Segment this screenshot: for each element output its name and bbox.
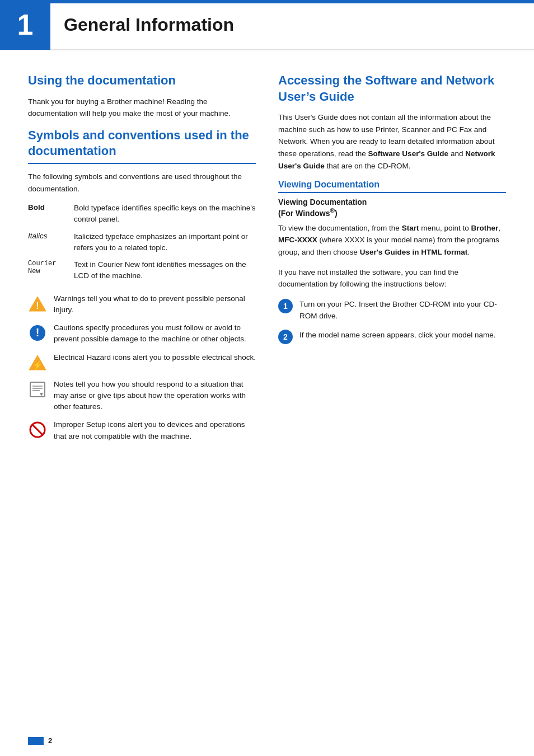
- electrical-desc: Electrical Hazard icons alert you to pos…: [54, 352, 256, 363]
- brother-bold: Brother: [471, 224, 498, 232]
- improper-desc: Improper Setup icons alert you to device…: [54, 419, 256, 442]
- step-2-text: If the model name screen appears, click …: [299, 329, 506, 341]
- right-column: Accessing the Software and Network User’…: [278, 73, 506, 449]
- step-1-number: 1: [278, 299, 293, 313]
- accessing-guide-heading: Accessing the Software and Network User’…: [278, 73, 506, 107]
- software-guide-bold: Software User's Guide: [368, 149, 449, 158]
- symbols-intro: The following symbols and conventions ar…: [28, 171, 256, 195]
- note-icon: [28, 380, 47, 399]
- viewing-doc-heading: Viewing Documentation: [278, 180, 506, 193]
- page-footer: 2: [28, 736, 52, 745]
- left-column: Using the documentation Thank you for bu…: [28, 73, 256, 449]
- improper-setup-icon: [28, 420, 47, 439]
- chapter-title: General Information: [64, 15, 234, 35]
- section-viewing-documentation: Viewing Documentation Viewing Documentat…: [278, 180, 506, 344]
- userguides-bold: User's Guides in HTML format: [360, 248, 468, 256]
- note-desc: Notes tell you how you should respond to…: [54, 379, 256, 413]
- electrical-hazard-icon: ⚡: [28, 353, 47, 372]
- symbol-row-italics: Italics Italicized typeface emphasizes a…: [28, 231, 256, 254]
- svg-text:⚡: ⚡: [32, 360, 43, 370]
- section-accessing-guide: Accessing the Software and Network User’…: [278, 73, 506, 172]
- caution-icon: !: [28, 323, 47, 342]
- top-accent-bar: [50, 0, 534, 3]
- chapter-number: 1: [17, 8, 34, 41]
- caution-desc: Cautions specify procedures you must fol…: [54, 322, 256, 345]
- symbol-desc-courier: Text in Courier New font identifies mess…: [74, 259, 256, 282]
- warning-icon: !: [28, 294, 47, 313]
- viewing-doc-body2: If you have not installed the software, …: [278, 266, 506, 290]
- symbol-row-courier: CourierNew Text in Courier New font iden…: [28, 259, 256, 282]
- symbols-heading: Symbols and conventions used in the docu…: [28, 128, 256, 164]
- footer-bar: [28, 737, 44, 745]
- step-2-number: 2: [278, 330, 293, 344]
- icon-row-improper: Improper Setup icons alert you to device…: [28, 419, 256, 442]
- main-content: Using the documentation Thank you for bu…: [0, 50, 534, 471]
- viewing-doc-windows-heading: Viewing Documentation(For Windows®): [278, 198, 506, 218]
- icon-row-warning: ! Warnings tell you what to do to preven…: [28, 293, 256, 316]
- step-2-row: 2 If the model name screen appears, clic…: [278, 329, 506, 344]
- symbol-row-bold: Bold Bold typeface identifies specific k…: [28, 203, 256, 226]
- svg-rect-6: [30, 382, 45, 397]
- warning-desc: Warnings tell you what to do to prevent …: [54, 293, 256, 316]
- viewing-doc-body1: To view the documentation, from the Star…: [278, 222, 506, 259]
- symbol-table: Bold Bold typeface identifies specific k…: [28, 203, 256, 282]
- svg-text:!: !: [36, 326, 40, 339]
- symbol-desc-italics: Italicized typeface emphasizes an import…: [74, 231, 256, 254]
- step-1-row: 1 Turn on your PC. Insert the Brother CD…: [278, 298, 506, 322]
- svg-line-11: [32, 425, 43, 435]
- step-1-text: Turn on your PC. Insert the Brother CD-R…: [299, 298, 506, 322]
- symbol-label-courier: CourierNew: [28, 259, 67, 275]
- symbol-label-italics: Italics: [28, 231, 67, 240]
- using-doc-heading: Using the documentation: [28, 73, 256, 91]
- icon-row-electrical: ⚡ Electrical Hazard icons alert you to p…: [28, 352, 256, 372]
- accessing-guide-body: This User's Guide does not contain all t…: [278, 111, 506, 172]
- svg-text:!: !: [36, 301, 39, 311]
- section-symbols: Symbols and conventions used in the docu…: [28, 128, 256, 442]
- section-using-documentation: Using the documentation Thank you for bu…: [28, 73, 256, 120]
- mfc-bold: MFC-XXXX: [278, 236, 317, 244]
- icon-row-note: Notes tell you how you should respond to…: [28, 379, 256, 413]
- using-doc-body: Thank you for buying a Brother machine! …: [28, 96, 256, 120]
- symbol-desc-bold: Bold typeface identifies specific keys o…: [74, 203, 256, 226]
- icon-row-caution: ! Cautions specify procedures you must f…: [28, 322, 256, 345]
- page-number: 2: [48, 736, 52, 745]
- page-header: 1 General Information: [0, 0, 534, 50]
- start-bold: Start: [402, 224, 419, 232]
- chapter-block: 1: [0, 0, 50, 50]
- symbol-label-bold: Bold: [28, 203, 67, 212]
